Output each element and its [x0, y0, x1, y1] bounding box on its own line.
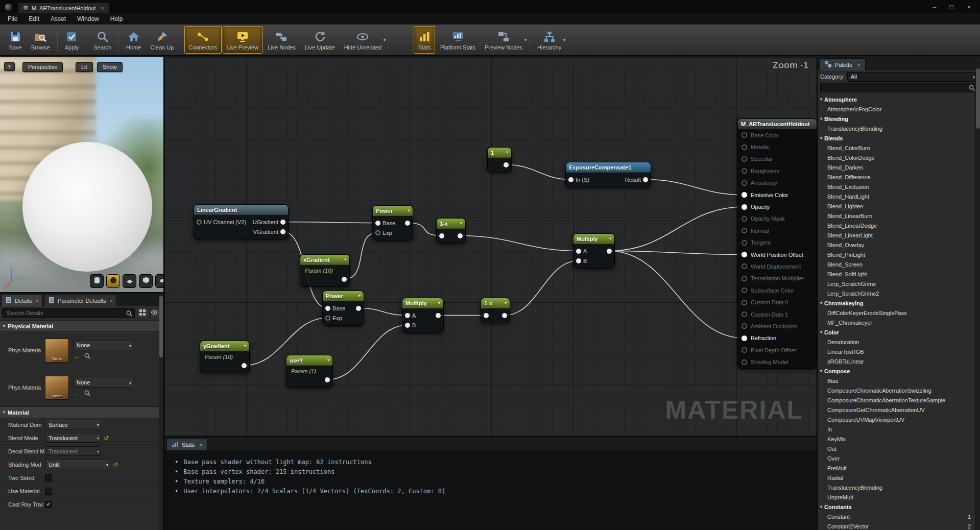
graph-node-power[interactable]: Power▾BaseExp [372, 205, 413, 240]
shading-mod-dropdown[interactable]: Unlit▾ [45, 460, 110, 469]
graph-node-ygradient[interactable]: yGradient▾Param (10) [200, 341, 250, 373]
palette-group-color[interactable]: ▾Color [818, 327, 975, 337]
result-pin-custom-data-0[interactable]: Custom Data 0 [738, 296, 817, 308]
node-pin[interactable] [643, 177, 648, 182]
graph-node-m-artranslucentholdout-result[interactable]: M_ARTranslucentHoldoutBase ColorMetallic… [737, 118, 817, 369]
result-pin-tangent[interactable]: Tangent [738, 237, 817, 249]
preview-mesh-plane-button[interactable] [123, 274, 136, 288]
tab-details[interactable]: Details × [1, 294, 43, 306]
result-pin-ambient-occlusion[interactable]: Ambient Occlusion [738, 320, 817, 332]
category-dropdown[interactable]: All ▾ [847, 72, 977, 82]
palette-search-input[interactable] [821, 84, 977, 93]
decal-blend-m-dropdown[interactable]: Translucent▾ [45, 446, 101, 456]
material-graph[interactable]: Zoom -1 MATERIAL 1▾ExposureCompensate1In… [164, 57, 817, 436]
node-header[interactable]: M_ARTranslucentHoldout [738, 119, 817, 129]
node-pin[interactable] [342, 277, 347, 282]
menu-edit[interactable]: Edit [23, 14, 45, 23]
palette-item-blend-lineardodge[interactable]: Blend_LinearDodge [818, 221, 975, 230]
palette-item-blend-linearlight[interactable]: Blend_LinearLight [818, 230, 975, 240]
chevron-down-icon[interactable]: ▾ [358, 294, 361, 298]
tab-palette[interactable]: Palette × [820, 58, 866, 70]
node-pin[interactable] [742, 359, 747, 365]
result-pin-tessellation-multiplier[interactable]: Tessellation Multiplier [738, 273, 817, 284]
palette-item-lerp-scratchgrime2[interactable]: Lerp_ScratchGrime2 [818, 288, 975, 298]
palette-group-atmosphere[interactable]: ▾Atmosphere [818, 94, 975, 104]
toolbar-clean-up-button[interactable]: Clean Up [146, 26, 178, 54]
asset-dropdown[interactable]: None▾ [73, 341, 133, 350]
close-icon[interactable]: × [857, 62, 860, 68]
node-pin[interactable] [325, 306, 330, 311]
palette-item-diffcolorkeyererodesinglepass[interactable]: DiffColorKeyerErodeSinglePass [818, 308, 975, 318]
node-pin[interactable] [576, 258, 581, 263]
details-search-box[interactable] [2, 308, 135, 318]
node-header[interactable]: xGradient▾ [300, 255, 349, 265]
palette-group-blends[interactable]: ▾Blends [818, 133, 975, 143]
result-pin-anisotropy[interactable]: Anisotropy [738, 177, 817, 189]
node-pin[interactable] [742, 228, 747, 233]
chevron-down-icon[interactable]: ▾ [384, 38, 386, 42]
palette-item-in[interactable]: In [818, 424, 975, 434]
details-scrollbar[interactable] [159, 293, 163, 530]
palette-item-composuregetchromaticaberrationuv[interactable]: ComposureGetChromaticAberrationUV [818, 405, 975, 415]
menu-window[interactable]: Window [71, 14, 105, 23]
node-header[interactable]: Power▾ [323, 291, 364, 301]
node-header[interactable]: 1-x▾ [481, 298, 510, 308]
result-pin-subsurface-color[interactable]: Subsurface Color [738, 284, 817, 296]
node-header[interactable]: useY▾ [286, 355, 332, 366]
close-icon[interactable]: × [199, 442, 202, 448]
graph-node-exposurecompensate1[interactable]: ExposureCompensate1In (S)Result [565, 162, 651, 187]
node-pin[interactable] [568, 177, 573, 182]
chevron-down-icon[interactable]: ▾ [506, 150, 508, 155]
palette-search-box[interactable] [820, 83, 977, 92]
close-icon[interactable]: × [110, 298, 113, 304]
viewport-options-button[interactable]: ▾ [4, 62, 15, 71]
chevron-down-icon[interactable]: ▾ [505, 301, 507, 305]
node-pin[interactable] [742, 168, 747, 174]
node-pin[interactable] [742, 287, 747, 293]
palette-item-blend-pinlight[interactable]: Blend_PinLight [818, 250, 975, 259]
palette-item-radial[interactable]: Radial [818, 473, 975, 483]
close-button[interactable]: × [967, 3, 971, 11]
result-pin-emissive-color[interactable]: Emissive Color [738, 189, 817, 201]
palette-item-unpremult[interactable]: UnpreMult [818, 492, 975, 502]
toolbar-hierarchy-button[interactable]: Hierarchy▾ [533, 26, 565, 54]
palette-group-constants[interactable]: ▾Constants [818, 502, 975, 512]
palette-item-composureuvmapviewportuv[interactable]: ComposureUVMapViewportUV [818, 415, 975, 424]
palette-item-blend-exclusion[interactable]: Blend_Exclusion [818, 182, 975, 191]
node-pin[interactable] [742, 335, 747, 341]
result-pin-shading-model[interactable]: Shading Model [738, 356, 817, 368]
node-header[interactable]: Power▾ [373, 206, 413, 216]
node-pin[interactable] [607, 249, 612, 254]
node-header[interactable]: Multiply▾ [402, 298, 443, 308]
toolbar-connectors-button[interactable]: Connectors [184, 26, 221, 54]
toolbar-apply-button[interactable]: Apply [61, 26, 83, 54]
result-pin-refraction[interactable]: Refraction [738, 332, 817, 344]
toolbar-home-button[interactable]: Home [122, 26, 145, 54]
scrollbar-thumb[interactable] [976, 68, 980, 129]
node-pin[interactable] [280, 220, 285, 225]
toolbar-browse-button[interactable]: Browse [27, 26, 54, 54]
graph-node-1[interactable]: 1▾ [487, 147, 512, 173]
details-search-input[interactable] [6, 309, 124, 318]
node-pin[interactable] [405, 323, 410, 328]
blend-mode-dropdown[interactable]: Translucent▾ [45, 433, 101, 443]
result-pin-normal[interactable]: Normal [738, 225, 817, 236]
scrollbar-thumb[interactable] [159, 296, 163, 357]
toolbar-save-button[interactable]: Save [5, 26, 26, 54]
chevron-down-icon[interactable]: ▾ [563, 38, 565, 42]
palette-group-blending[interactable]: ▾Blending [818, 114, 975, 124]
graph-node-power[interactable]: Power▾BaseExp [322, 291, 364, 326]
document-tab[interactable]: M_ARTranslucentHoldout × [18, 2, 109, 13]
node-header[interactable]: ExposureCompensate1 [566, 162, 651, 173]
result-pin-opacity[interactable]: Opacity [738, 201, 817, 212]
palette-item-blend-hardlight[interactable]: Blend_HardLight [818, 191, 975, 201]
node-header[interactable]: 1▾ [488, 148, 511, 158]
menu-help[interactable]: Help [105, 14, 129, 23]
reset-to-default-icon[interactable]: ↺ [104, 435, 109, 442]
node-pin[interactable] [439, 233, 444, 238]
use-selected-icon[interactable]: ← [74, 391, 80, 397]
use-selected-icon[interactable]: ← [74, 353, 80, 359]
palette-item-mf-chromakeyer[interactable]: MF_Chromakeyer [818, 318, 975, 327]
node-pin[interactable] [325, 377, 330, 382]
asset-dropdown[interactable]: None▾ [73, 378, 133, 388]
